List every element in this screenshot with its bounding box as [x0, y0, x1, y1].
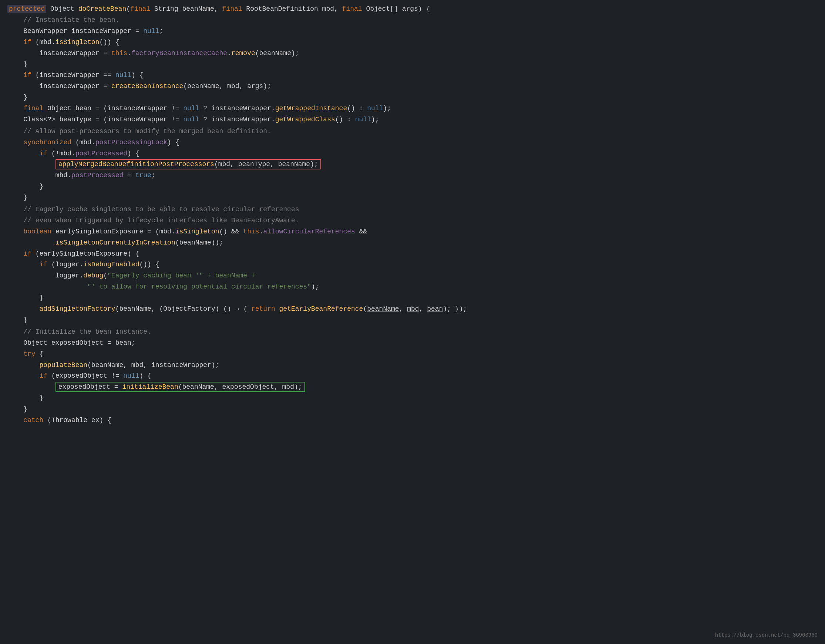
code-line: }: [8, 393, 817, 404]
code-line: final Object bean = (instanceWrapper != …: [8, 103, 817, 114]
code-line: instanceWrapper = createBeanInstance(bea…: [8, 81, 817, 92]
code-line: if (exposedObject != null) {: [8, 371, 817, 382]
code-line: logger.debug("Eagerly caching bean '" + …: [8, 270, 817, 281]
code-line: protected Object doCreateBean(final Stri…: [8, 4, 817, 15]
code-line: }: [8, 315, 817, 326]
code-line: boolean earlySingletonExposure = (mbd.is…: [8, 226, 817, 238]
code-line: // Instantiate the bean.: [8, 15, 817, 26]
code-line: Object exposedObject = bean;: [8, 338, 817, 349]
code-line: populateBean(beanName, mbd, instanceWrap…: [8, 360, 817, 371]
code-line: exposedObject = initializeBean(beanName,…: [8, 382, 817, 393]
code-line: }: [8, 92, 817, 103]
code-line: }: [8, 192, 817, 204]
code-line: }: [8, 181, 817, 192]
code-line: "' to allow for resolving potential circ…: [8, 281, 817, 293]
code-line: // Allow post-processors to modify the m…: [8, 126, 817, 137]
code-line: }: [8, 59, 817, 70]
code-line: try {: [8, 349, 817, 360]
code-line: Class<?> beanType = (instanceWrapper != …: [8, 114, 817, 125]
code-line: if (!mbd.postProcessed) {: [8, 148, 817, 159]
code-line: // even when triggered by lifecycle inte…: [8, 215, 817, 226]
code-line: // Initialize the bean instance.: [8, 327, 817, 338]
code-line: }: [8, 404, 817, 415]
code-line: catch (Throwable ex) {: [8, 415, 817, 426]
code-line: BeanWrapper instanceWrapper = null;: [8, 26, 817, 37]
code-line: mbd.postProcessed = true;: [8, 170, 817, 181]
code-line: synchronized (mbd.postProcessingLock) {: [8, 137, 817, 148]
code-line: if (mbd.isSingleton()) {: [8, 37, 817, 48]
code-line: instanceWrapper = this.factoryBeanInstan…: [8, 48, 817, 59]
code-line: if (earlySingletonExposure) {: [8, 249, 817, 259]
code-line: if (logger.isDebugEnabled()) {: [8, 259, 817, 270]
watermark: https://blog.csdn.net/bq_36963960: [715, 632, 817, 639]
code-line: // Eagerly cache singletons to be able t…: [8, 204, 817, 215]
code-line: applyMergedBeanDefinitionPostProcessors(…: [8, 159, 817, 170]
code-line: addSingletonFactory(beanName, (ObjectFac…: [8, 304, 817, 315]
code-line: }: [8, 293, 817, 304]
code-line: if (instanceWrapper == null) {: [8, 70, 817, 81]
code-container: protected Object doCreateBean(final Stri…: [0, 0, 825, 644]
code-line: isSingletonCurrentlyInCreation(beanName)…: [8, 238, 817, 249]
code-display: protected Object doCreateBean(final Stri…: [8, 4, 817, 426]
